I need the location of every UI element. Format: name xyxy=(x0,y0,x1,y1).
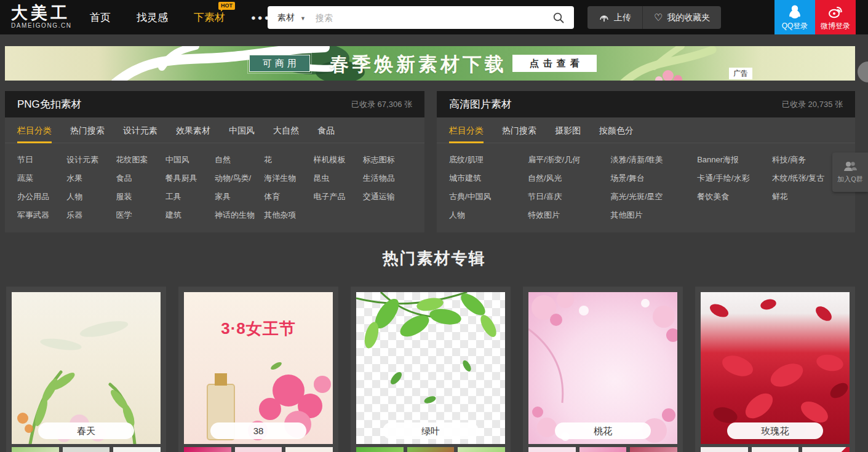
banner-cta-button[interactable]: 点击查看 xyxy=(512,55,597,72)
category-link[interactable]: 乐器 xyxy=(66,206,116,224)
category-link[interactable]: 节日 xyxy=(17,151,66,169)
category-link[interactable]: 神话的生物 xyxy=(215,206,264,224)
tab-left-3[interactable]: 效果素材 xyxy=(176,117,210,143)
nav-item-2[interactable]: 下素材HOT xyxy=(194,10,225,25)
album-thumbnail[interactable] xyxy=(752,447,799,452)
join-qq-group-widget[interactable]: 加入Q群 xyxy=(832,153,868,192)
category-link[interactable]: 中国风 xyxy=(165,151,215,169)
category-link[interactable]: 海洋生物 xyxy=(264,169,313,188)
weibo-login-label: 微博登录 xyxy=(821,21,850,31)
tab-right-2[interactable]: 摄影图 xyxy=(555,117,581,143)
category-link[interactable]: 餐具厨具 xyxy=(165,169,215,188)
category-link[interactable]: 高光/光斑/星空 xyxy=(610,188,697,206)
album-thumbnail[interactable] xyxy=(701,447,748,452)
upload-button[interactable]: 上传 xyxy=(587,6,642,29)
category-link[interactable]: 食品 xyxy=(116,169,165,188)
tab-left-2[interactable]: 设计元素 xyxy=(123,117,157,143)
category-link[interactable]: 其他图片 xyxy=(610,206,697,224)
category-link[interactable]: 建筑 xyxy=(165,206,215,224)
category-link[interactable]: 标志图标 xyxy=(363,151,412,169)
album-thumbnail[interactable] xyxy=(113,447,161,452)
tab-left-4[interactable]: 中国风 xyxy=(229,117,255,143)
album-card-2[interactable]: 绿叶 xyxy=(351,287,511,452)
album-thumbnails xyxy=(184,447,333,452)
search-input[interactable] xyxy=(316,13,551,23)
category-link[interactable]: 淡雅/清新/唯美 xyxy=(610,151,697,169)
category-link[interactable]: 水果 xyxy=(66,169,116,188)
qq-login-button[interactable]: QQ登录 xyxy=(774,0,815,34)
album-thumbnail[interactable] xyxy=(407,447,455,452)
album-thumbnail[interactable] xyxy=(579,447,627,452)
album-cover: 桃花 xyxy=(528,292,677,444)
category-link[interactable]: 城市建筑 xyxy=(449,169,528,188)
search-button[interactable] xyxy=(551,10,567,26)
category-link[interactable]: 设计元素 xyxy=(66,151,116,169)
category-link[interactable]: 人物 xyxy=(66,188,116,206)
category-link[interactable]: 军事武器 xyxy=(17,206,66,224)
category-link[interactable]: 底纹/肌理 xyxy=(449,151,528,169)
tab-left-0[interactable]: 栏目分类 xyxy=(17,117,52,143)
category-link[interactable]: 人物 xyxy=(449,206,528,224)
category-link[interactable]: 动物/鸟类/ xyxy=(215,169,264,188)
album-card-0[interactable]: 春天 xyxy=(6,287,166,452)
tab-right-1[interactable]: 热门搜索 xyxy=(502,117,536,143)
category-link[interactable]: 生活物品 xyxy=(363,169,412,188)
tab-left-6[interactable]: 食品 xyxy=(317,117,335,143)
tab-left-5[interactable]: 大自然 xyxy=(273,117,299,143)
album-thumbnail[interactable] xyxy=(528,447,576,452)
album-card-1[interactable]: 3·8女王节38 xyxy=(178,287,338,452)
album-card-3[interactable]: 桃花 xyxy=(523,287,683,452)
category-link[interactable]: 电子产品 xyxy=(314,188,363,206)
category-link[interactable]: 自然/风光 xyxy=(528,169,610,188)
album-thumbnail[interactable] xyxy=(630,447,677,452)
category-link[interactable]: 办公用品 xyxy=(17,188,66,206)
category-link[interactable]: 花 xyxy=(264,151,313,169)
album-thumbnail[interactable] xyxy=(458,447,505,452)
site-logo[interactable]: 大美工 DAMEIGONG.CN xyxy=(11,4,72,29)
category-link[interactable]: 特效图片 xyxy=(528,206,610,224)
nav-item-0[interactable]: 首页 xyxy=(90,10,111,25)
tab-right-0[interactable]: 栏目分类 xyxy=(449,117,484,143)
category-link[interactable]: 卡通/手绘/水彩 xyxy=(697,169,772,188)
album-thumbnail[interactable] xyxy=(356,447,404,452)
category-link[interactable]: 节日/喜庆 xyxy=(528,188,610,206)
promo-banner[interactable]: 可商用 春季焕新素材下载 点击查看 广告 xyxy=(5,46,855,81)
album-thumbnail[interactable] xyxy=(12,447,59,452)
category-link[interactable]: 餐饮美食 xyxy=(697,188,772,206)
main-nav: 首页找灵感下素材HOT●●● xyxy=(90,0,271,34)
tab-right-3[interactable]: 按颜色分 xyxy=(599,117,634,143)
banner-title: 春季焕新素材下载 xyxy=(330,52,507,77)
tab-left-1[interactable]: 热门搜索 xyxy=(70,117,105,143)
chevron-down-icon[interactable]: ▼ xyxy=(300,15,306,22)
category-link[interactable]: 场景/舞台 xyxy=(610,169,697,188)
category-link[interactable]: 扁平/渐变/几何 xyxy=(528,151,610,169)
weibo-login-button[interactable]: 微博登录 xyxy=(815,0,856,34)
album-thumbnail[interactable] xyxy=(235,447,282,452)
carousel-arrow-button[interactable] xyxy=(858,61,868,82)
album-thumbnail[interactable] xyxy=(285,447,333,452)
category-link[interactable]: Banner海报 xyxy=(697,151,772,169)
category-link[interactable]: 自然 xyxy=(215,151,264,169)
album-thumbnail[interactable] xyxy=(63,447,110,452)
category-link[interactable]: 花纹图案 xyxy=(116,151,165,169)
category-link[interactable]: 交通运输 xyxy=(363,188,412,206)
category-link[interactable]: 服装 xyxy=(116,188,165,206)
category-link[interactable]: 医学 xyxy=(116,206,165,224)
category-link[interactable]: 其他杂项 xyxy=(264,206,313,224)
category-link[interactable]: 样机模板 xyxy=(314,151,363,169)
album-cover: 玫瑰花 xyxy=(701,292,850,444)
search-category-select[interactable]: 素材 xyxy=(277,12,295,23)
category-link[interactable]: 古典/中国风 xyxy=(449,188,528,206)
album-thumbnail[interactable] xyxy=(802,447,850,452)
album-card-4[interactable]: 玫瑰花 xyxy=(695,287,855,452)
category-link[interactable]: 家具 xyxy=(215,188,264,206)
category-link[interactable]: 蔬菜 xyxy=(17,169,66,188)
category-link[interactable]: 体育 xyxy=(264,188,313,206)
nav-item-1[interactable]: 找灵感 xyxy=(137,10,168,25)
category-link[interactable]: 工具 xyxy=(165,188,215,206)
album-thumbnails xyxy=(356,447,505,452)
album-thumbnail[interactable] xyxy=(184,447,231,452)
favorites-button[interactable]: ♡ 我的收藏夹 xyxy=(642,6,721,29)
weibo-icon xyxy=(827,4,843,20)
category-link[interactable]: 昆虫 xyxy=(314,169,363,188)
